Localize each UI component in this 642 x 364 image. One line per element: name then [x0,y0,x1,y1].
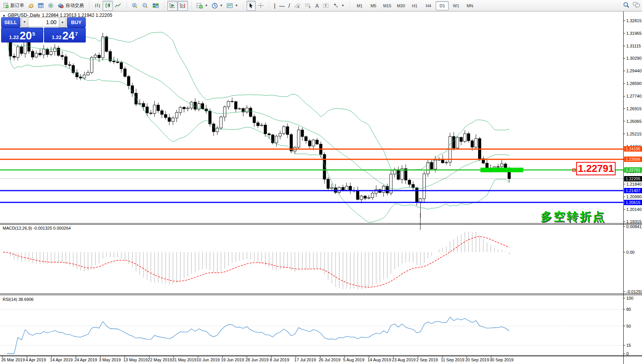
toolbar-grip [348,2,350,10]
vertical-line-tool-button[interactable]: | [272,1,278,11]
panel-collapse-arrow[interactable]: ▲ [2,13,6,17]
bollinger-bands [3,19,509,222]
date-axis-label: 14 Apr 2019 [50,357,73,362]
new-order-label: 新订单 [10,2,24,9]
svg-text:E: E [298,6,300,8]
crosshair-tool-button[interactable] [256,1,266,11]
timeframe-button-m1[interactable]: M1 [353,1,366,10]
zoom-out-button[interactable] [140,1,150,11]
timeframe-button-w1[interactable]: W1 [449,1,462,10]
candlesticks [2,28,511,218]
date-axis-label: 31 May 2019 [172,357,197,362]
pivot-price-callout[interactable]: 1.22791 [576,162,616,175]
date-axis-label: 24 Apr 2019 [74,357,97,362]
trendline-tool-button[interactable]: / [286,1,292,11]
date-axis-label: 19 Jun 2019 [221,357,244,362]
profiles-button[interactable] [26,1,36,11]
text-label-tool-button[interactable]: T [321,1,331,11]
hline-icon: — [279,3,284,8]
date-axis-label: 11 Sep 2019 [441,357,464,362]
date-axis-label: 4 Apr 2019 [26,357,46,362]
auto-scroll-button[interactable] [167,1,178,11]
buy-price-point: 7 [75,31,78,37]
text-tool-button[interactable]: A [313,1,321,11]
sell-button[interactable]: SELL [1,17,20,28]
candlestick-mode-button[interactable] [103,1,113,11]
zoom-in-button[interactable] [130,1,140,11]
timeframe-button-d1[interactable]: D1 [436,1,449,10]
autotrading-button[interactable]: 自动交易 [56,1,86,11]
chart-shift-button[interactable] [178,1,188,11]
toolbar-grip [163,2,165,10]
price-level-tag: 1.21407 [624,188,642,193]
autotrading-icon [58,3,64,8]
search-icon[interactable] [623,2,630,10]
tile-windows-button[interactable] [150,1,161,11]
macd-axis-tick: 0.00 [626,250,634,255]
macd-histogram [3,232,509,290]
dropdown-arrow-icon: ▼ [341,4,344,7]
pivot-highlight-band[interactable] [480,168,523,172]
timeframe-toolbar: M1M5M15M30H1H4D1W1MN [351,0,478,11]
market-watch-button[interactable] [36,1,46,11]
date-axis-label: 30 Sep 2019 [490,357,513,362]
price-axis-tick: 1.32815 [626,18,642,23]
timeframe-button-m15[interactable]: M15 [381,1,394,10]
macd-axis-tick: -0.012931 [626,289,642,294]
line-chart-mode-button[interactable] [113,1,123,11]
date-axis-label: 10 Jun 2019 [196,357,220,362]
cursor-tool-button[interactable] [247,1,256,11]
date-axis-label: 14 Aug 2019 [368,357,391,362]
date-axis-label: 23 Aug 2019 [392,357,416,362]
price-level-tag: 1.24195 [624,146,642,152]
sell-price-pips: 20 [20,30,32,41]
timeframe-button-m5[interactable]: M5 [367,1,380,10]
chart-canvas[interactable] [0,0,642,364]
timeframe-button-mn[interactable]: MN [463,1,476,10]
macd-axis-tick: 0.008411 [626,224,642,229]
price-axis-tick: 1.21840 [626,182,642,186]
macd-signal-line [3,237,509,287]
templates-button[interactable]: ▼ [225,1,240,11]
timeframe-button-h1[interactable]: H1 [408,1,421,10]
sell-quote[interactable]: 1.22 20 5 [1,28,43,42]
channel-tool-button[interactable]: E [292,1,302,11]
date-axis-label: 8 Jul 2019 [270,357,289,362]
signals-button[interactable] [46,1,56,11]
date-axis-label: 2 Sep 2019 [417,357,438,362]
price-axis-tick: 1.26915 [626,106,642,111]
periods-button[interactable]: ▼ [210,1,225,11]
volume-stepper: ▼ ▲ [21,17,66,27]
mt4-window: 新订单 自动交易 [0,0,642,364]
timeframe-button-m30[interactable]: M30 [394,1,407,10]
price-axis-tick: 1.30290 [626,56,642,60]
date-axis-label: 22 May 2019 [148,357,172,362]
bar-chart-mode-button[interactable] [92,1,103,11]
buy-quote[interactable]: 1.22 24 7 [44,28,86,42]
dropdown-arrow-icon: ▼ [235,4,238,7]
shapes-tool-button[interactable]: ▼ [331,1,346,11]
volume-input[interactable] [28,17,59,27]
svg-text:T: T [325,4,327,8]
pivot-annotation-text[interactable]: 多空转折点 [541,209,606,225]
axis-ticks [3,21,625,358]
one-click-trading-panel: SELL ▼ ▲ BUY 1.22 20 5 1.22 24 7 [1,17,86,42]
price-axis-tick: 1.19315 [626,219,642,224]
indicators-button[interactable]: ▼ [194,1,210,11]
date-axis-label: 17 Jul 2019 [294,357,316,362]
buy-button[interactable]: BUY [67,17,86,28]
buy-price-pips: 24 [62,30,75,41]
timeframe-button-h4[interactable]: H4 [422,1,435,10]
price-level-tag: 1.22791 [624,167,642,173]
price-axis-tick: 1.20990 [626,194,642,199]
new-order-button[interactable]: 新订单 [1,1,26,11]
volume-increase-button[interactable]: ▲ [59,17,66,28]
text-icon: A [315,3,319,8]
toolbar-grip [190,2,192,10]
price-level-tag: 1.20615 [624,200,642,205]
fibonacci-tool-button[interactable]: F [302,1,313,11]
horizontal-line-tool-button[interactable]: — [277,1,286,11]
chat-icon[interactable] [633,2,640,9]
price-axis-tick: 1.28590 [626,81,642,86]
volume-decrease-button[interactable]: ▼ [21,17,28,28]
